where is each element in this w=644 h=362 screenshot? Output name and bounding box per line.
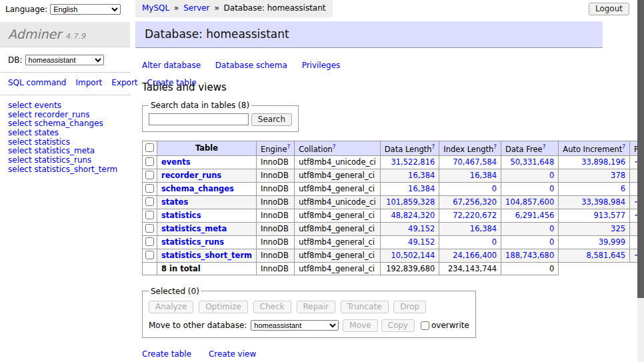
index-length-link[interactable]: 0	[492, 237, 497, 247]
check-button[interactable]: Check	[253, 301, 291, 313]
sidebar-item-select-statistics-short-term[interactable]: select statistics_short_term	[8, 165, 122, 175]
sidebar-link-export[interactable]: Export	[111, 78, 137, 87]
overwrite-option[interactable]: overwrite	[418, 319, 469, 332]
logout-button[interactable]: Logout	[589, 3, 629, 15]
sidebar-item-select-recorder-runs[interactable]: select recorder_runs	[8, 111, 122, 120]
db-label: DB:	[8, 55, 23, 65]
vertical-scrollbar[interactable]	[637, 0, 644, 362]
row-checkbox[interactable]	[145, 224, 154, 233]
sidebar-item-select-statistics[interactable]: select statistics	[8, 138, 122, 147]
table-row: states InnoDB utf8mb4_unicode_ci 101,859…	[143, 195, 644, 209]
index-length-link[interactable]: 72,220,672	[453, 211, 497, 220]
sidebar-link-sql-command[interactable]: SQL command	[8, 78, 66, 87]
help-link[interactable]: ?	[493, 143, 497, 150]
data-length-link[interactable]: 10,502,144	[391, 251, 435, 260]
sidebar-item-select-states[interactable]: select states	[8, 129, 122, 138]
create-table-link[interactable]: Create table	[142, 349, 191, 359]
data-free-link[interactable]: 0	[549, 171, 554, 180]
optimize-button[interactable]: Optimize	[199, 301, 248, 313]
index-length-link[interactable]: 16,384	[470, 171, 497, 180]
data-free-link[interactable]: 188,743,680	[505, 251, 554, 260]
table-link[interactable]: events	[161, 157, 191, 167]
help-link[interactable]: ?	[432, 143, 435, 150]
create-view-link[interactable]: Create view	[209, 349, 256, 359]
row-checkbox[interactable]	[145, 237, 154, 246]
table-row: recorder_runs InnoDB utf8mb4_general_ci …	[143, 169, 644, 182]
auto-increment-link[interactable]: 378	[611, 171, 625, 180]
truncate-button[interactable]: Truncate	[341, 301, 389, 313]
language-select[interactable]: English	[50, 4, 121, 15]
data-length-link[interactable]: 49,152	[408, 237, 435, 247]
auto-increment-link[interactable]: 8,581,645	[587, 251, 626, 260]
row-checkbox[interactable]	[145, 197, 154, 206]
data-free-link[interactable]: 0	[549, 237, 554, 247]
row-checkbox[interactable]	[145, 184, 154, 193]
column-header-table: Table	[157, 141, 257, 156]
auto-increment-link[interactable]: 913,577	[593, 211, 625, 220]
row-checkbox[interactable]	[145, 157, 154, 166]
table-link[interactable]: schema_changes	[161, 184, 234, 193]
table-link[interactable]: statistics	[161, 211, 201, 220]
table-link[interactable]: statistics_meta	[161, 224, 227, 233]
sidebar-link-import[interactable]: Import	[75, 78, 102, 87]
breadcrumb-server-link[interactable]: Server	[183, 3, 209, 13]
analyze-button[interactable]: Analyze	[149, 301, 193, 313]
overwrite-checkbox[interactable]	[421, 321, 429, 330]
privileges-link[interactable]: Privileges	[302, 61, 341, 70]
data-length-link[interactable]: 49,152	[408, 224, 435, 233]
row-checkbox[interactable]	[145, 171, 154, 179]
data-length-link[interactable]: 48,824,320	[391, 211, 435, 220]
search-input[interactable]	[149, 113, 249, 125]
drop-button[interactable]: Drop	[393, 301, 426, 313]
collation-cell: utf8mb4_general_ci	[295, 169, 381, 182]
table-link[interactable]: statistics_runs	[161, 237, 224, 247]
move-database-select[interactable]: homeassistant	[251, 320, 339, 331]
index-length-link[interactable]: 67,256,320	[453, 197, 497, 207]
move-button[interactable]: Move	[343, 319, 377, 332]
sidebar-item-select-statistics-runs[interactable]: select statistics_runs	[8, 156, 122, 165]
auto-increment-link[interactable]: 6	[621, 184, 625, 193]
help-link[interactable]: ?	[333, 143, 336, 150]
engine-cell: InnoDB	[257, 222, 295, 235]
select-all-checkbox[interactable]	[145, 143, 154, 152]
database-schema-link[interactable]: Database schema	[215, 61, 287, 70]
search-button[interactable]: Search	[251, 113, 292, 126]
table-link[interactable]: statistics_short_term	[161, 251, 252, 260]
alter-database-link[interactable]: Alter database	[142, 61, 201, 70]
selected-legend: Selected (0)	[149, 287, 201, 296]
scrollbar-thumb[interactable]	[637, 0, 644, 298]
breadcrumb-current: Database: homeassistant	[224, 3, 326, 13]
data-free-link[interactable]: 0	[549, 184, 554, 193]
help-link[interactable]: ?	[287, 143, 290, 150]
help-link[interactable]: ?	[543, 143, 546, 150]
sidebar-item-select-statistics-meta[interactable]: select statistics_meta	[8, 147, 122, 156]
repair-button[interactable]: Repair	[297, 301, 335, 313]
copy-button[interactable]: Copy	[381, 319, 415, 332]
auto-increment-link[interactable]: 33,898,196	[581, 157, 625, 167]
sidebar-item-select-schema-changes[interactable]: select schema_changes	[8, 119, 122, 129]
index-length-link[interactable]: 16,384	[470, 224, 497, 233]
row-checkbox[interactable]	[145, 251, 154, 259]
db-select[interactable]: homeassistant	[25, 55, 104, 65]
breadcrumb-mysql-link[interactable]: MySQL	[142, 3, 169, 13]
table-link[interactable]: recorder_runs	[161, 171, 221, 180]
index-length-link[interactable]: 0	[492, 184, 497, 193]
data-length-link[interactable]: 16,384	[408, 171, 435, 180]
data-free-link[interactable]: 104,857,600	[505, 197, 554, 207]
sidebar-item-select-events[interactable]: select events	[8, 101, 122, 111]
help-link[interactable]: ?	[622, 143, 625, 150]
row-checkbox[interactable]	[145, 211, 154, 219]
app-title: Adminer 4.7.9	[0, 22, 130, 47]
index-length-link[interactable]: 24,166,400	[453, 251, 497, 260]
data-free-link[interactable]: 50,331,648	[510, 157, 554, 167]
data-length-link[interactable]: 31,522,816	[391, 157, 435, 167]
auto-increment-link[interactable]: 325	[611, 224, 625, 233]
data-length-link[interactable]: 101,859,328	[386, 197, 435, 207]
auto-increment-link[interactable]: 39,999	[599, 237, 625, 247]
data-free-link[interactable]: 6,291,456	[515, 211, 555, 220]
index-length-link[interactable]: 70,467,584	[453, 157, 497, 167]
data-length-link[interactable]: 16,384	[408, 184, 435, 193]
table-link[interactable]: states	[161, 197, 188, 207]
auto-increment-link[interactable]: 33,398,984	[581, 197, 625, 207]
data-free-link[interactable]: 0	[549, 224, 554, 233]
